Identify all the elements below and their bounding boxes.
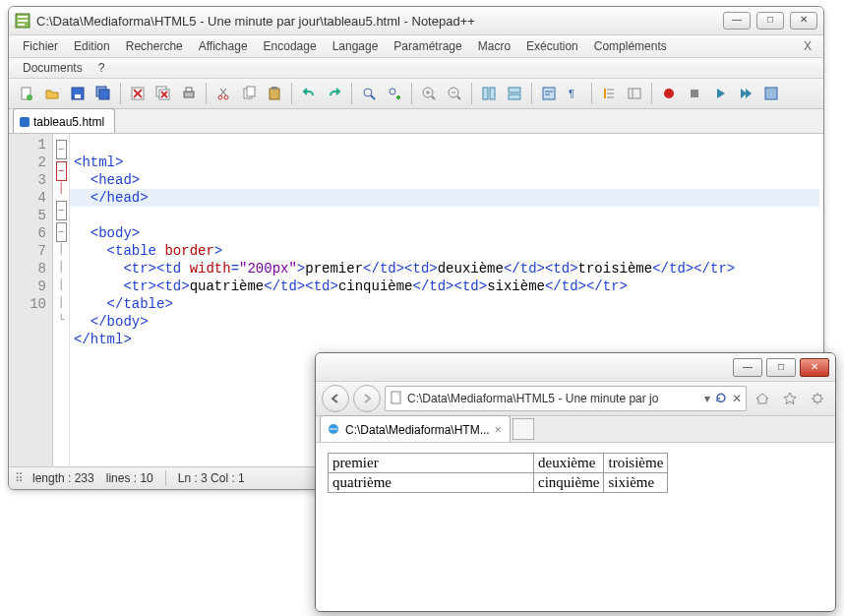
save-macro-icon[interactable] <box>759 82 783 105</box>
ie-tab[interactable]: C:\Data\Mediaforma\HTM... × <box>320 415 511 442</box>
ie-maximize-button[interactable]: □ <box>766 358 796 377</box>
menu-affichage[interactable]: Affichage <box>193 37 254 55</box>
titlebar[interactable]: C:\Data\Mediaforma\HTML5 - Une minute pa… <box>9 7 823 35</box>
table-row: premier deuxième troisième <box>329 454 668 473</box>
file-tab[interactable]: tableau5.html <box>13 108 115 133</box>
ie-navbar: C:\Data\Mediaforma\HTML5 - Une minute pa… <box>316 382 835 416</box>
table-cell: premier <box>329 454 534 473</box>
svg-rect-25 <box>270 89 279 99</box>
show-all-chars-icon[interactable]: ¶ <box>563 82 586 105</box>
close-all-icon[interactable] <box>151 82 175 105</box>
status-length: length : 233 <box>32 471 94 485</box>
svg-rect-39 <box>509 88 520 92</box>
ie-new-tab-button[interactable] <box>512 418 534 440</box>
menu-encodage[interactable]: Encodage <box>258 37 323 55</box>
svg-point-20 <box>224 95 228 99</box>
back-button[interactable] <box>322 385 349 412</box>
svg-point-19 <box>218 95 222 99</box>
menu-edition[interactable]: Edition <box>68 37 116 55</box>
page-icon <box>390 391 403 407</box>
zoom-out-icon[interactable] <box>443 82 466 105</box>
stop-icon[interactable]: ✕ <box>732 392 742 405</box>
menu-macro[interactable]: Macro <box>472 37 516 55</box>
wordwrap-icon[interactable] <box>537 82 561 105</box>
menu-complements[interactable]: Compléments <box>588 37 673 55</box>
home-icon[interactable] <box>751 387 774 410</box>
fold-column[interactable]: − − │ − − ││││└ <box>53 134 70 466</box>
file-status-icon <box>20 117 30 127</box>
window-title: C:\Data\Mediaforma\HTML5 - Une minute pa… <box>36 14 723 29</box>
favorites-icon[interactable] <box>778 387 802 410</box>
find-icon[interactable] <box>357 82 381 105</box>
menu-documents[interactable]: Documents <box>17 59 89 77</box>
tools-icon[interactable] <box>806 387 829 410</box>
line-number-gutter: 1 2 3 4 5 6 7 8 9 10 <box>9 134 53 466</box>
copy-icon[interactable] <box>237 82 261 105</box>
address-bar[interactable]: C:\Data\Mediaforma\HTML5 - Une minute pa… <box>385 386 747 411</box>
save-icon[interactable] <box>66 82 90 105</box>
menu-fichier[interactable]: Fichier <box>17 37 64 55</box>
redo-icon[interactable] <box>323 82 346 105</box>
forward-button[interactable] <box>353 385 381 412</box>
svg-rect-2 <box>18 20 28 22</box>
svg-rect-17 <box>184 92 194 97</box>
undo-icon[interactable] <box>297 82 321 105</box>
svg-rect-26 <box>271 87 277 90</box>
status-position: Ln : 3 Col : 1 <box>178 471 245 485</box>
folder-panel-icon[interactable] <box>623 82 646 105</box>
maximize-button[interactable]: □ <box>756 12 784 30</box>
menu-execution[interactable]: Exécution <box>520 37 584 55</box>
table-cell: quatrième <box>329 473 534 493</box>
dropdown-icon[interactable]: ▾ <box>704 392 710 405</box>
stop-macro-icon[interactable] <box>683 82 706 105</box>
ie-close-button[interactable]: ✕ <box>800 358 829 377</box>
svg-point-5 <box>27 94 32 100</box>
sync-h-icon[interactable] <box>503 82 526 105</box>
new-file-icon[interactable] <box>15 82 38 105</box>
svg-rect-37 <box>483 88 488 99</box>
zoom-in-icon[interactable] <box>417 82 441 105</box>
menu-parametrage[interactable]: Paramétrage <box>388 37 467 55</box>
minimize-button[interactable]: — <box>723 12 751 30</box>
app-icon <box>15 13 30 29</box>
menubar-row2: Documents ? <box>9 58 823 79</box>
ie-page-content: premier deuxième troisième quatrième cin… <box>316 443 835 611</box>
menu-help[interactable]: ? <box>92 59 111 77</box>
ie-titlebar[interactable]: — □ ✕ <box>316 353 835 382</box>
ie-logo-icon <box>327 422 340 439</box>
menubar-close-x[interactable]: X <box>804 39 815 53</box>
print-icon[interactable] <box>177 82 201 105</box>
ie-tab-close-icon[interactable]: × <box>495 423 502 437</box>
close-button[interactable]: ✕ <box>790 12 817 30</box>
ie-tab-label: C:\Data\Mediaforma\HTM... <box>345 423 490 437</box>
svg-rect-51 <box>765 88 777 99</box>
record-macro-icon[interactable] <box>657 82 681 105</box>
save-all-icon[interactable] <box>91 82 115 105</box>
table-row: quatrième cinquième sixième <box>329 473 668 493</box>
ie-minimize-button[interactable]: — <box>733 358 762 377</box>
svg-rect-41 <box>543 88 555 99</box>
cut-icon[interactable] <box>211 82 235 105</box>
indent-guide-icon[interactable] <box>597 82 621 105</box>
menu-langage[interactable]: Langage <box>327 37 385 55</box>
svg-rect-3 <box>18 24 25 26</box>
svg-rect-18 <box>186 88 192 92</box>
svg-point-27 <box>364 89 372 96</box>
ie-tabstrip: C:\Data\Mediaforma\HTM... × <box>316 416 835 443</box>
sync-v-icon[interactable] <box>477 82 501 105</box>
play-macro-icon[interactable] <box>708 82 732 105</box>
address-text: C:\Data\Mediaforma\HTML5 - Une minute pa… <box>407 392 700 405</box>
svg-rect-9 <box>99 90 109 99</box>
svg-line-28 <box>371 95 375 99</box>
svg-point-49 <box>664 89 674 98</box>
paste-icon[interactable] <box>263 82 286 105</box>
table-cell: sixième <box>604 473 668 493</box>
menu-recherche[interactable]: Recherche <box>120 37 189 55</box>
replace-icon[interactable] <box>383 82 406 105</box>
refresh-icon[interactable] <box>714 391 728 407</box>
file-tab-label: tableau5.html <box>33 115 104 129</box>
open-file-icon[interactable] <box>40 82 64 105</box>
play-multi-icon[interactable] <box>734 82 757 105</box>
close-file-icon[interactable] <box>126 82 150 105</box>
svg-rect-40 <box>509 94 520 99</box>
